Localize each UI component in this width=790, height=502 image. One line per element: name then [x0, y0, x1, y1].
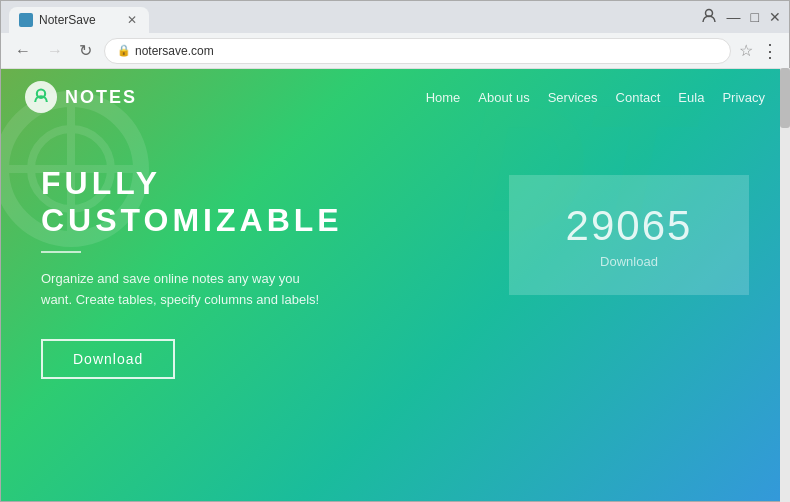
stats-label: Download: [600, 254, 658, 269]
tab-favicon: [19, 13, 33, 27]
logo-text: NOTES: [65, 87, 137, 108]
bookmark-button[interactable]: ☆: [739, 41, 753, 60]
stats-number: 29065: [566, 202, 693, 250]
browser-window: NoterSave ✕ — □ ✕ ← → ↻ 🔒 notersave.com …: [0, 0, 790, 502]
site-nav: NOTES Home About us Services Contact Eul…: [1, 69, 789, 125]
nav-privacy[interactable]: Privacy: [722, 90, 765, 105]
tab-area: NoterSave ✕: [9, 1, 687, 33]
nav-eula[interactable]: Eula: [678, 90, 704, 105]
window-controls: — □ ✕: [701, 8, 781, 27]
stats-card: 29065 Download: [509, 175, 749, 295]
logo-icon: [25, 81, 57, 113]
nav-links: Home About us Services Contact Eula Priv…: [426, 90, 765, 105]
lock-icon: 🔒: [117, 44, 131, 57]
close-button[interactable]: ✕: [769, 9, 781, 25]
webpage-content: DT NOTES Home Abou: [1, 69, 789, 501]
title-bar: NoterSave ✕ — □ ✕: [1, 1, 789, 33]
nav-services[interactable]: Services: [548, 90, 598, 105]
browser-tab[interactable]: NoterSave ✕: [9, 7, 149, 33]
tab-title: NoterSave: [39, 13, 96, 27]
hero-title: FULLY CUSTOMIZABLE: [41, 165, 469, 239]
address-input[interactable]: 🔒 notersave.com: [104, 38, 731, 64]
download-button[interactable]: Download: [41, 339, 175, 379]
nav-contact[interactable]: Contact: [616, 90, 661, 105]
nav-home[interactable]: Home: [426, 90, 461, 105]
hero-divider: [41, 251, 81, 253]
hero-left: FULLY CUSTOMIZABLE Organize and save onl…: [41, 165, 469, 379]
nav-about[interactable]: About us: [478, 90, 529, 105]
minimize-button[interactable]: —: [727, 9, 741, 25]
address-bar: ← → ↻ 🔒 notersave.com ☆ ⋮: [1, 33, 789, 69]
profile-icon[interactable]: [701, 8, 717, 27]
address-text: notersave.com: [135, 44, 214, 58]
reload-button[interactable]: ↻: [75, 39, 96, 62]
forward-button[interactable]: →: [43, 40, 67, 62]
hero-description: Organize and save online notes any way y…: [41, 269, 321, 311]
hero-section: FULLY CUSTOMIZABLE Organize and save onl…: [1, 125, 789, 409]
back-button[interactable]: ←: [11, 40, 35, 62]
logo-area: NOTES: [25, 81, 137, 113]
menu-button[interactable]: ⋮: [761, 40, 779, 62]
maximize-button[interactable]: □: [751, 9, 759, 25]
tab-close-button[interactable]: ✕: [125, 11, 139, 29]
